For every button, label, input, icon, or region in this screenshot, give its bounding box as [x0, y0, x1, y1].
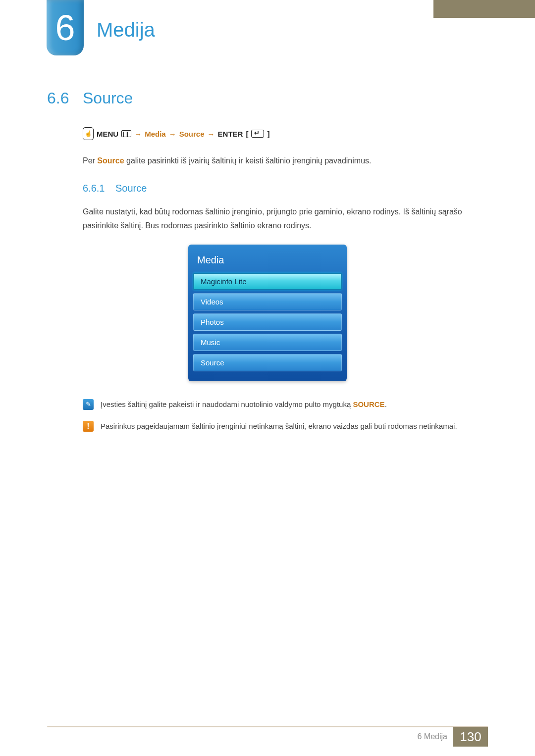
info-post: .	[385, 400, 387, 408]
osd-item-videos: Videos	[193, 293, 342, 310]
info-highlight: SOURCE	[353, 400, 384, 408]
breadcrumb-item-media: Media	[145, 130, 166, 138]
subsection-title: Source	[115, 183, 147, 194]
osd-item-label: Source	[201, 358, 224, 367]
chapter-title: Medija	[97, 19, 155, 41]
footer-chapter-label: 6 Medija	[418, 732, 447, 741]
arrow-icon: →	[208, 130, 215, 138]
osd-screenshot-wrap: Media Magicinfo Lite Videos Photos Music…	[47, 245, 488, 381]
osd-item-magicinfo: Magicinfo Lite	[193, 273, 342, 290]
breadcrumb-item-source: Source	[179, 130, 205, 138]
section-heading: 6.6 Source	[47, 89, 488, 107]
breadcrumb-menu: MENU	[97, 130, 118, 138]
arrow-icon: →	[169, 130, 176, 138]
osd-item-source: Source	[193, 354, 342, 371]
bracket-close: ]	[267, 130, 269, 138]
osd-item-music: Music	[193, 334, 342, 351]
osd-title: Media	[193, 250, 342, 273]
warning-icon	[83, 421, 94, 432]
osd-item-label: Magicinfo Lite	[201, 277, 247, 286]
intro-paragraph: Per Source galite pasirinkti iš įvairių …	[83, 154, 488, 168]
page-footer: 6 Medija 130	[0, 726, 535, 756]
chapter-number-tab: 6	[47, 0, 84, 55]
subsection-number: 6.6.1	[83, 183, 115, 194]
breadcrumb: ☝ MENU → Media → Source → ENTER[]	[83, 127, 488, 140]
chapter-number: 6	[55, 7, 75, 48]
page-number-badge: 130	[453, 727, 488, 747]
page-content: 6.6 Source ☝ MENU → Media → Source → ENT…	[47, 89, 488, 441]
osd-item-label: Music	[201, 338, 220, 347]
info-note: Įvesties šaltinį galite pakeisti ir naud…	[83, 398, 488, 411]
top-accent-band	[433, 0, 535, 18]
section-title: Source	[83, 89, 133, 107]
intro-post: galite pasirinkti iš įvairių šaltinių ir…	[124, 156, 372, 165]
warning-note-text: Pasirinkus pageidaujamam šaltinio įrengi…	[101, 420, 457, 433]
warning-note: Pasirinkus pageidaujamam šaltinio įrengi…	[83, 420, 488, 433]
hand-icon: ☝	[83, 127, 94, 140]
intro-highlight: Source	[97, 156, 124, 165]
osd-menu: Media Magicinfo Lite Videos Photos Music…	[188, 245, 347, 381]
osd-item-photos: Photos	[193, 313, 342, 331]
arrow-icon: →	[134, 130, 142, 138]
osd-item-label: Videos	[201, 298, 223, 306]
section-number: 6.6	[47, 89, 83, 107]
bracket-open: [	[246, 130, 248, 138]
footer-right: 6 Medija 130	[418, 727, 535, 746]
subsection-heading: 6.6.1 Source	[83, 183, 488, 194]
menu-grid-icon	[121, 130, 131, 137]
pencil-note-icon	[83, 399, 94, 410]
intro-pre: Per	[83, 156, 97, 165]
body-paragraph: Galite nustatyti, kad būtų rodomas šalti…	[83, 205, 488, 233]
osd-item-label: Photos	[201, 318, 224, 326]
breadcrumb-enter: ENTER	[218, 130, 243, 138]
enter-key-icon	[251, 130, 264, 138]
info-pre: Įvesties šaltinį galite pakeisti ir naud…	[101, 400, 353, 408]
info-note-text: Įvesties šaltinį galite pakeisti ir naud…	[101, 398, 387, 411]
